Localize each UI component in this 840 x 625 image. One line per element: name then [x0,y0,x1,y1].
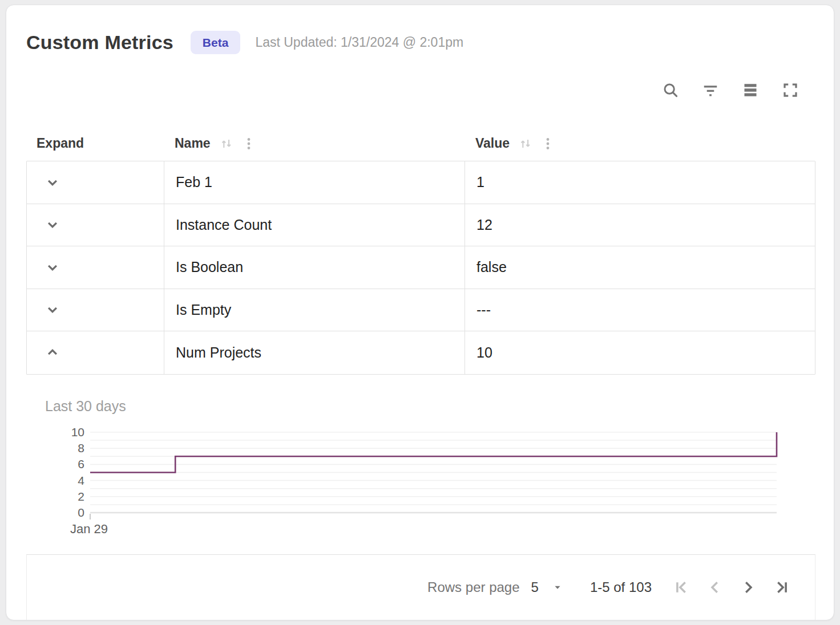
expand-cell [27,204,164,246]
pagination-controls [665,576,798,599]
column-label: Value [475,136,510,151]
table-row: Is Boolean false [27,246,815,289]
header: Custom Metrics Beta Last Updated: 1/31/2… [26,28,815,56]
column-header-value[interactable]: Value [464,135,815,152]
prev-page-icon[interactable] [698,576,732,599]
column-header-expand: Expand [26,136,163,151]
svg-text:Jan 29: Jan 29 [70,522,108,536]
beta-badge: Beta [191,31,241,54]
svg-text:0: 0 [78,506,84,519]
table-row: Is Empty --- [27,289,815,332]
rows-per-page-label: Rows per page [427,579,519,595]
name-cell: Is Empty [164,289,465,331]
svg-text:8: 8 [78,441,84,454]
sort-icon[interactable] [219,136,235,152]
sort-icon[interactable] [518,136,534,152]
next-page-icon[interactable] [732,576,765,599]
name-cell: Is Boolean [164,246,465,289]
column-header-name[interactable]: Name [163,135,464,152]
chevron-down-icon[interactable] [44,174,61,191]
value-cell: 1 [465,161,815,204]
expand-cell [27,331,164,374]
chevron-down-icon[interactable] [44,301,61,318]
density-icon[interactable] [741,81,760,99]
rows-per-page-value: 5 [531,579,539,595]
chart-title: Last 30 days [26,398,815,415]
svg-text:2: 2 [78,489,84,502]
value-cell: false [465,246,815,289]
column-label: Expand [37,136,84,151]
last-page-icon[interactable] [765,576,798,599]
name-cell: Num Projects [164,331,465,374]
first-page-icon[interactable] [665,576,698,599]
filter-icon[interactable] [701,81,720,99]
name-cell: Instance Count [164,204,465,246]
column-menu-icon[interactable] [241,135,256,152]
value-cell: 12 [465,204,815,246]
svg-text:4: 4 [78,473,84,486]
table-footer: Rows per page 5 1-5 of 103 [26,554,815,620]
expand-cell [27,161,164,204]
name-cell: Feb 1 [164,161,465,204]
chevron-up-icon[interactable] [44,344,61,361]
value-cell: --- [465,289,815,331]
value-cell: 10 [465,331,815,374]
column-menu-icon[interactable] [540,135,555,152]
table-row: Feb 1 1 [27,161,815,204]
svg-text:10: 10 [71,427,84,439]
expanded-row-detail: Last 30 days 0246810Jan 29 [26,398,815,536]
chevron-down-icon[interactable] [44,259,61,276]
table-header-row: Expand Name Value [26,126,815,161]
column-label: Name [175,136,211,151]
fullscreen-icon[interactable] [781,81,799,99]
sparkline-chart: 0246810Jan 29 [26,427,815,536]
expand-cell [27,289,164,331]
chevron-down-icon [551,581,564,594]
svg-text:6: 6 [78,457,84,470]
search-icon[interactable] [661,81,680,99]
last-updated-text: Last Updated: 1/31/2024 @ 2:01pm [255,35,463,50]
pagination-range-label: 1-5 of 103 [590,579,652,595]
chevron-down-icon[interactable] [44,216,61,233]
table-body: Feb 1 1 Instance Count 12 Is Boolean fal… [26,161,815,375]
page-title: Custom Metrics [26,31,173,54]
rows-per-page-select[interactable]: 5 [531,579,564,595]
custom-metrics-card: Custom Metrics Beta Last Updated: 1/31/2… [6,5,834,620]
expand-cell [27,246,164,289]
table-row: Instance Count 12 [27,204,815,247]
table-row: Num Projects 10 [27,331,815,374]
grid-toolbar [26,81,815,99]
